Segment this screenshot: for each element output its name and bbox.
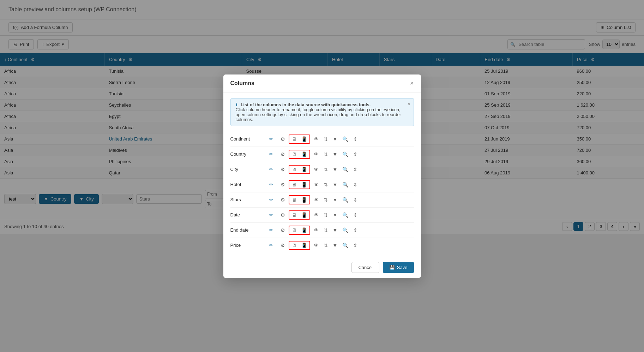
column-actions: ⚙ 🖥 📱 👁 ⇅ ▼ 🔍 ⇕ <box>279 195 414 204</box>
search-icon-btn[interactable]: 🔍 <box>341 181 350 188</box>
mobile-icon-btn[interactable]: 📱 <box>300 196 308 203</box>
sort-icon-btn[interactable]: ⇅ <box>322 227 329 234</box>
desktop-icon-btn[interactable]: 🖥 <box>290 181 298 188</box>
modal-column-row: End date ✏ ⚙ 🖥 📱 👁 ⇅ ▼ 🔍 ⇕ <box>230 223 414 234</box>
edit-icon[interactable]: ✏ <box>269 151 276 157</box>
sort-icon-btn[interactable]: ⇅ <box>322 181 329 188</box>
column-name-label: Stars <box>230 197 266 202</box>
column-name-label: Country <box>230 151 266 157</box>
drag-icon-btn[interactable]: ⇕ <box>352 211 359 219</box>
column-name-label: End date <box>230 227 266 233</box>
settings-icon-btn[interactable]: ⚙ <box>279 136 287 143</box>
drag-icon-btn[interactable]: ⇕ <box>352 136 359 143</box>
modal-column-row: City ✏ ⚙ 🖥 📱 👁 ⇅ ▼ 🔍 ⇕ <box>230 162 414 177</box>
edit-icon[interactable]: ✏ <box>269 167 276 172</box>
column-actions: ⚙ 🖥 📱 👁 ⇅ ▼ 🔍 ⇕ <box>279 210 414 220</box>
desktop-icon-btn[interactable]: 🖥 <box>290 196 298 203</box>
settings-icon-btn[interactable]: ⚙ <box>279 196 287 203</box>
desktop-icon-btn[interactable]: 🖥 <box>290 166 298 173</box>
sort-icon-btn[interactable]: ⇅ <box>322 151 329 158</box>
modal-overlay: Columns × ℹ List of the columns in the d… <box>0 0 644 234</box>
eye-icon-btn[interactable]: 👁 <box>312 166 320 173</box>
info-banner-close-button[interactable]: × <box>408 101 410 107</box>
modal-column-row: Stars ✏ ⚙ 🖥 📱 👁 ⇅ ▼ 🔍 ⇕ <box>230 192 414 208</box>
modal-column-row: Date ✏ ⚙ 🖥 📱 👁 ⇅ ▼ 🔍 ⇕ <box>230 208 414 223</box>
search-icon-btn[interactable]: 🔍 <box>341 166 350 173</box>
drag-icon-btn[interactable]: ⇕ <box>352 227 359 234</box>
edit-icon[interactable]: ✏ <box>269 227 276 233</box>
modal-title: Columns <box>230 80 254 86</box>
filter-icon-btn[interactable]: ▼ <box>331 196 339 203</box>
filter-icon-btn[interactable]: ▼ <box>331 166 339 173</box>
eye-icon-btn[interactable]: 👁 <box>312 211 320 219</box>
column-name-label: Hotel <box>230 182 266 187</box>
modal-column-row: Continent ✏ ⚙ 🖥 📱 👁 ⇅ ▼ 🔍 ⇕ <box>230 132 414 147</box>
settings-icon-btn[interactable]: ⚙ <box>279 227 287 234</box>
desktop-icon-btn[interactable]: 🖥 <box>290 136 298 143</box>
eye-icon-btn[interactable]: 👁 <box>312 227 320 234</box>
edit-icon[interactable]: ✏ <box>269 136 276 142</box>
desktop-icon-btn[interactable]: 🖥 <box>290 151 298 158</box>
sort-icon-btn[interactable]: ⇅ <box>322 136 329 143</box>
search-icon-btn[interactable]: 🔍 <box>341 227 350 234</box>
filter-icon-btn[interactable]: ▼ <box>331 181 339 188</box>
drag-icon-btn[interactable]: ⇕ <box>352 151 359 158</box>
filter-icon-btn[interactable]: ▼ <box>331 136 339 143</box>
info-icon: ℹ <box>236 102 237 107</box>
modal-body: Continent ✏ ⚙ 🖥 📱 👁 ⇅ ▼ 🔍 ⇕ Country ✏ ⚙ … <box>223 132 421 234</box>
column-actions: ⚙ 🖥 📱 👁 ⇅ ▼ 🔍 ⇕ <box>279 135 414 144</box>
mobile-icon-btn[interactable]: 📱 <box>300 227 308 234</box>
mobile-icon-btn[interactable]: 📱 <box>300 166 308 173</box>
modal-info-banner: ℹ List of the columns in the data source… <box>230 98 414 126</box>
mobile-icon-btn[interactable]: 📱 <box>300 181 308 188</box>
column-actions: ⚙ 🖥 📱 👁 ⇅ ▼ 🔍 ⇕ <box>279 150 414 159</box>
drag-icon-btn[interactable]: ⇕ <box>352 181 359 188</box>
column-name-label: Date <box>230 212 266 217</box>
settings-icon-btn[interactable]: ⚙ <box>279 166 287 173</box>
eye-icon-btn[interactable]: 👁 <box>312 181 320 188</box>
info-sub-text: Click column header to rename it, toggle… <box>236 107 401 122</box>
edit-icon[interactable]: ✏ <box>269 182 276 187</box>
search-icon-btn[interactable]: 🔍 <box>341 211 350 219</box>
settings-icon-btn[interactable]: ⚙ <box>279 181 287 188</box>
info-main-text: List of the columns in the data source w… <box>241 102 371 107</box>
settings-icon-btn[interactable]: ⚙ <box>279 151 287 158</box>
desktop-icon-btn[interactable]: 🖥 <box>290 211 298 219</box>
drag-icon-btn[interactable]: ⇕ <box>352 166 359 173</box>
settings-icon-btn[interactable]: ⚙ <box>279 211 287 219</box>
filter-icon-btn[interactable]: ▼ <box>331 151 339 158</box>
eye-icon-btn[interactable]: 👁 <box>312 151 320 158</box>
eye-icon-btn[interactable]: 👁 <box>312 196 320 203</box>
sort-icon-btn[interactable]: ⇅ <box>322 196 329 203</box>
search-icon-btn[interactable]: 🔍 <box>341 196 350 203</box>
sort-icon-btn[interactable]: ⇅ <box>322 166 329 173</box>
modal-close-button[interactable]: × <box>410 80 414 86</box>
mobile-icon-btn[interactable]: 📱 <box>300 211 308 219</box>
column-name-label: Continent <box>230 136 266 142</box>
drag-icon-btn[interactable]: ⇕ <box>352 196 359 203</box>
search-icon-btn[interactable]: 🔍 <box>341 136 350 143</box>
modal-header: Columns × <box>223 74 421 93</box>
column-actions: ⚙ 🖥 📱 👁 ⇅ ▼ 🔍 ⇕ <box>279 180 414 189</box>
search-icon-btn[interactable]: 🔍 <box>341 151 350 158</box>
column-actions: ⚙ 🖥 📱 👁 ⇅ ▼ 🔍 ⇕ <box>279 165 414 174</box>
filter-icon-btn[interactable]: ▼ <box>331 211 339 219</box>
filter-icon-btn[interactable]: ▼ <box>331 227 339 234</box>
columns-modal: Columns × ℹ List of the columns in the d… <box>223 74 421 234</box>
mobile-icon-btn[interactable]: 📱 <box>300 151 308 158</box>
column-name-label: City <box>230 167 266 172</box>
eye-icon-btn[interactable]: 👁 <box>312 136 320 143</box>
sort-icon-btn[interactable]: ⇅ <box>322 211 329 219</box>
modal-column-row: Hotel ✏ ⚙ 🖥 📱 👁 ⇅ ▼ 🔍 ⇕ <box>230 177 414 192</box>
modal-column-row: Country ✏ ⚙ 🖥 📱 👁 ⇅ ▼ 🔍 ⇕ <box>230 147 414 162</box>
desktop-icon-btn[interactable]: 🖥 <box>290 227 298 234</box>
edit-icon[interactable]: ✏ <box>269 197 276 202</box>
column-actions: ⚙ 🖥 📱 👁 ⇅ ▼ 🔍 ⇕ <box>279 226 414 234</box>
edit-icon[interactable]: ✏ <box>269 212 276 217</box>
mobile-icon-btn[interactable]: 📱 <box>300 136 308 143</box>
